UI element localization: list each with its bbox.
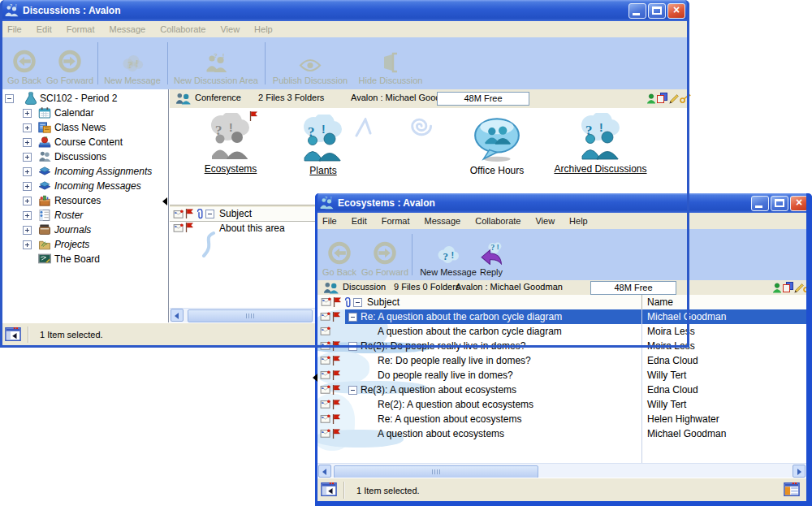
menu-help[interactable]: Help — [247, 24, 280, 34]
reply-button[interactable]: Reply — [473, 232, 509, 277]
minimize-button[interactable] — [751, 196, 769, 211]
menu-message[interactable]: Message — [102, 24, 153, 34]
tree-item-root[interactable]: SCI102 - Period 2 — [2, 91, 168, 106]
go-forward-button[interactable]: Go Forward — [361, 232, 409, 277]
menu-format[interactable]: Format — [374, 216, 417, 226]
publish-discussion-button[interactable]: Publish Discussion — [268, 41, 352, 85]
menu-file[interactable]: File — [315, 216, 344, 226]
message-row[interactable]: Re: A question about ecosystems Helen Hi… — [317, 412, 806, 426]
permissions-person-icon[interactable] — [772, 283, 782, 293]
new-message-button[interactable]: New Message — [416, 232, 481, 277]
message-row[interactable]: Re: A question about the carbon cycle di… — [317, 309, 806, 324]
tree-item-incoming-assignments[interactable]: Incoming Assignments — [2, 164, 168, 179]
pages-icon[interactable] — [657, 93, 667, 103]
collapse-panel-arrow[interactable] — [313, 374, 317, 382]
collapse-thread-box[interactable] — [348, 313, 357, 322]
status-divider — [28, 327, 28, 343]
tree-item-incoming-messages[interactable]: Incoming Messages — [2, 179, 168, 193]
message-row[interactable]: Re: Do people really live in domes? Edna… — [317, 353, 806, 368]
permissions-person-icon[interactable] — [646, 93, 656, 104]
menu-view[interactable]: View — [213, 24, 247, 34]
expand-box[interactable] — [23, 109, 32, 118]
pages-icon[interactable] — [783, 282, 793, 292]
pencil-icon[interactable] — [669, 93, 679, 104]
menu-message[interactable]: Message — [417, 216, 469, 226]
maximize-button[interactable] — [771, 196, 788, 211]
close-button[interactable] — [667, 3, 685, 19]
menu-file[interactable]: File — [0, 24, 29, 34]
item-plants[interactable]: Plants — [288, 115, 358, 176]
minimize-button[interactable] — [628, 3, 646, 19]
tree-item-course-content[interactable]: Course Content — [2, 135, 168, 149]
tree-item-the-board[interactable]: The Board — [2, 252, 168, 266]
status-bar: 1 Item selected. — [317, 478, 806, 502]
expand-box[interactable] — [23, 226, 32, 235]
collapse-panel-arrow[interactable] — [162, 197, 167, 205]
message-row[interactable]: Re(2): Do people really live in domes? M… — [317, 339, 806, 353]
expand-box[interactable] — [23, 182, 32, 191]
maximize-button[interactable] — [648, 3, 666, 19]
item-archived-discussions[interactable]: Archived Discussions — [542, 113, 659, 175]
titlebar-ecosystems[interactable]: Ecosystems : Avalon — [315, 193, 812, 213]
menu-view[interactable]: View — [528, 216, 562, 226]
item-office-hours[interactable]: Office Hours — [462, 115, 532, 176]
tree-item-class-news[interactable]: Class News — [2, 120, 168, 135]
list-hscrollbar[interactable] — [317, 463, 806, 478]
scroll-thumb[interactable] — [188, 309, 313, 322]
go-back-button[interactable]: Go Back — [3, 41, 45, 85]
tree-item-roster[interactable]: Roster — [2, 208, 168, 223]
collapse-box[interactable] — [5, 94, 14, 103]
key-pencil-icon[interactable] — [680, 93, 691, 103]
new-message-button[interactable]: New Message — [101, 41, 164, 85]
collapse-all-box[interactable] — [205, 210, 214, 218]
expand-box[interactable] — [23, 138, 32, 147]
expand-box[interactable] — [23, 240, 32, 249]
tree-item-journals[interactable]: Journals — [2, 223, 168, 237]
hide-discussion-button[interactable]: Hide Discussion — [354, 41, 427, 85]
key-pencil-icon[interactable] — [803, 283, 812, 292]
menu-format[interactable]: Format — [59, 24, 102, 34]
scroll-right-button[interactable] — [793, 465, 806, 478]
tree-item-discussions[interactable]: Discussions — [2, 149, 168, 164]
expand-box[interactable] — [23, 197, 32, 205]
tree-item-calendar[interactable]: Calendar — [2, 106, 168, 120]
menu-help[interactable]: Help — [562, 216, 595, 226]
collapse-all-box[interactable] — [353, 298, 362, 307]
speech-balloon-icon — [472, 115, 522, 163]
close-button[interactable] — [790, 196, 808, 211]
message-row[interactable]: Re(2): A question about ecosystems Willy… — [317, 397, 806, 412]
subject-column-label[interactable]: Subject — [367, 296, 400, 308]
red-flag-icon — [332, 400, 340, 409]
expand-box[interactable] — [23, 211, 32, 220]
message-row[interactable]: Do people really live in domes? Willy Te… — [317, 368, 806, 383]
collapse-thread-box[interactable] — [348, 342, 357, 351]
message-row[interactable]: A question about the carbon cycle diagra… — [317, 324, 806, 339]
name-column-label[interactable]: Name — [647, 296, 673, 308]
tree-item-projects[interactable]: Projects — [2, 237, 168, 252]
message-row[interactable]: Re(3): A question about ecosystems Edna … — [317, 383, 806, 397]
menu-edit[interactable]: Edit — [344, 216, 374, 226]
go-back-button[interactable]: Go Back — [318, 232, 361, 277]
go-forward-button[interactable]: Go Forward — [45, 41, 94, 85]
panel-toggle-icon[interactable] — [5, 327, 21, 341]
column-divider[interactable] — [641, 295, 642, 309]
scroll-left-button[interactable] — [318, 465, 331, 478]
menu-edit[interactable]: Edit — [29, 24, 59, 34]
titlebar-discussions[interactable]: Discussions : Avalon — [0, 0, 689, 21]
panel-toggle-icon[interactable] — [321, 482, 337, 496]
scroll-thumb[interactable] — [334, 465, 538, 478]
item-ecosystems[interactable]: Ecosystems — [194, 113, 267, 175]
view-grid-icon[interactable] — [784, 482, 800, 496]
tree-item-resources[interactable]: Resources — [2, 193, 168, 208]
menu-collaborate[interactable]: Collaborate — [468, 216, 528, 226]
expand-box[interactable] — [23, 123, 32, 132]
panel-divider[interactable] — [168, 89, 169, 322]
scroll-left-button[interactable] — [171, 309, 184, 322]
expand-box[interactable] — [23, 153, 32, 162]
menu-bar: File Edit Format Message Collaborate Vie… — [0, 21, 689, 37]
message-row[interactable]: A question about ecosystems Michael Good… — [317, 426, 806, 441]
collapse-thread-box[interactable] — [348, 386, 357, 395]
expand-box[interactable] — [23, 167, 32, 176]
menu-collaborate[interactable]: Collaborate — [153, 24, 213, 34]
new-discussion-area-button[interactable]: New Discussion Area — [171, 41, 261, 85]
